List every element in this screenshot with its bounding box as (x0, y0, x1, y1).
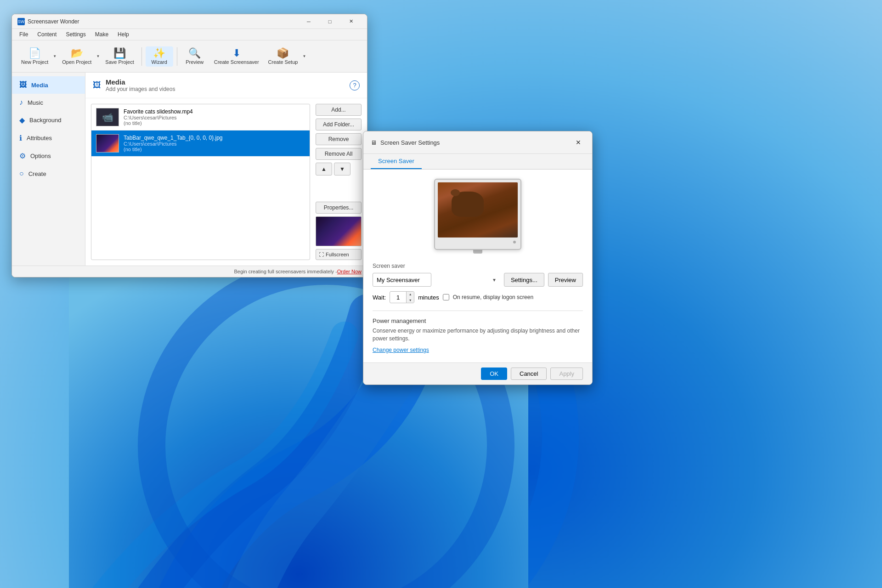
dialog-close-button[interactable]: ✕ (572, 136, 585, 149)
sidebar-item-options[interactable]: ⚙ Options (12, 147, 85, 165)
move-down-button[interactable]: ▼ (334, 163, 351, 175)
sidebar-item-create[interactable]: ○ Create (12, 165, 85, 182)
power-description: Conserve energy or maximize performance … (373, 327, 583, 343)
sidebar-background-label: Background (29, 117, 61, 124)
panel-subtitle: Add your images and videos (106, 86, 175, 92)
main-panel: 🖼 Media Add your images and videos ? 📹 (85, 73, 367, 266)
menu-content[interactable]: Content (34, 30, 60, 39)
video-icon: 📹 (102, 112, 113, 123)
sidebar-music-label: Music (28, 99, 43, 106)
fullscreen-label: Fullscreen (326, 252, 349, 257)
sidebar-item-media[interactable]: 🖼 Media (12, 76, 85, 94)
create-screensaver-button[interactable]: ⬇ Create Screensaver (210, 46, 263, 67)
screensaver-settings-button[interactable]: Settings... (504, 273, 544, 287)
fullscreen-button[interactable]: ⛶ Fullscreen (316, 249, 362, 260)
apply-button[interactable]: Apply (550, 368, 583, 380)
file-list[interactable]: 📹 Favorite cats slideshow.mp4 C:\Users\c… (91, 104, 310, 260)
monitor-dot (513, 241, 516, 243)
window-title: Screensaver Wonder (28, 18, 79, 25)
panel-header-left: 🖼 Media Add your images and videos (93, 78, 175, 92)
cancel-button[interactable]: Cancel (511, 368, 547, 380)
nav-buttons: ▲ ▼ (316, 163, 362, 175)
change-power-settings-link[interactable]: Change power settings (373, 347, 429, 353)
dialog-title-icon: 🖥 (371, 139, 377, 146)
new-project-arrow[interactable]: ▼ (53, 54, 57, 58)
properties-button[interactable]: Properties... (316, 202, 362, 214)
sidebar: 🖼 Media ♪ Music ◆ Background ℹ Attribute… (12, 73, 85, 266)
wait-spin-down[interactable]: ▼ (407, 297, 414, 303)
image-thumbnail (96, 134, 119, 153)
logon-checkbox[interactable] (443, 294, 449, 300)
create-screensaver-label: Create Screensaver (214, 59, 259, 65)
minimize-button[interactable]: ─ (298, 14, 319, 29)
dialog-tabs: Screen Saver (363, 154, 592, 170)
create-setup-button[interactable]: 📦 Create Setup (265, 46, 302, 67)
open-project-arrow[interactable]: ▼ (96, 54, 100, 58)
monitor-stand (473, 250, 482, 254)
right-panel: Add... Add Folder... Remove Remove All ▲… (316, 104, 362, 260)
sidebar-create-label: Create (28, 170, 46, 177)
create-screensaver-icon: ⬇ (232, 48, 241, 58)
power-title: Power management (373, 317, 583, 324)
settings-dialog: 🖥 Screen Saver Settings ✕ Screen Saver S… (363, 131, 593, 385)
save-project-label: Save Project (105, 59, 134, 65)
wait-label: Wait: (373, 294, 386, 301)
menu-file[interactable]: File (16, 30, 32, 39)
ok-button[interactable]: OK (481, 368, 507, 380)
monitor-frame (434, 179, 521, 250)
wait-row: Wait: ▲ ▼ minutes On resume, display log… (373, 291, 583, 303)
wait-input-wrapper: ▲ ▼ (390, 291, 414, 303)
wait-spin-up[interactable]: ▲ (407, 291, 414, 297)
remove-all-button[interactable]: Remove All (316, 148, 362, 160)
screensaver-select-wrapper: My Screensaver (None) Bubbles Mystify Ph… (373, 273, 500, 287)
preview-button[interactable]: 🔍 Preview (181, 46, 209, 67)
create-setup-arrow[interactable]: ▼ (302, 54, 306, 58)
move-up-button[interactable]: ▲ (316, 163, 332, 175)
app-icon: SW (17, 18, 25, 25)
create-setup-icon: 📦 (277, 48, 289, 58)
background-icon: ◆ (19, 116, 25, 124)
menu-bar: File Content Settings Make Help (12, 29, 367, 40)
image-filename: TabBar_qwe_qwe_1_Tab_{0, 0, 0, 0}.jpg (124, 135, 305, 141)
help-button[interactable]: ? (350, 80, 360, 90)
add-button[interactable]: Add... (316, 104, 362, 116)
save-project-button[interactable]: 💾 Save Project (102, 46, 137, 67)
preview-container (373, 179, 583, 254)
content-area: 🖼 Media ♪ Music ◆ Background ℹ Attribute… (12, 73, 367, 266)
sidebar-item-background[interactable]: ◆ Background (12, 111, 85, 129)
title-bar-left: SW Screensaver Wonder (17, 18, 79, 25)
toolbar-separator-1 (141, 47, 142, 66)
add-folder-button[interactable]: Add Folder... (316, 119, 362, 130)
menu-settings[interactable]: Settings (62, 30, 89, 39)
dialog-title-bar: 🖥 Screen Saver Settings ✕ (363, 131, 592, 154)
new-project-button[interactable]: 📄 New Project (17, 46, 52, 67)
file-item-image[interactable]: TabBar_qwe_qwe_1_Tab_{0, 0, 0, 0}.jpg C:… (91, 130, 310, 157)
sidebar-item-music[interactable]: ♪ Music (12, 94, 85, 111)
sidebar-item-attributes[interactable]: ℹ Attributes (12, 129, 85, 147)
open-project-label: Open Project (62, 59, 91, 65)
screensaver-select[interactable]: My Screensaver (None) Bubbles Mystify Ph… (373, 273, 431, 287)
screensaver-section: Screen saver My Screensaver (None) Bubbl… (373, 263, 583, 303)
remove-button[interactable]: Remove (316, 133, 362, 145)
wizard-label: Wizard (152, 59, 167, 65)
fullscreen-icon: ⛶ (319, 252, 324, 257)
maximize-button[interactable]: □ (319, 14, 340, 29)
dialog-title-text: Screen Saver Settings (380, 139, 440, 146)
open-project-button[interactable]: 📂 Open Project (58, 46, 95, 67)
wait-input[interactable] (390, 293, 406, 302)
order-now-link[interactable]: Order Now (337, 269, 362, 274)
wizard-button[interactable]: ✨ Wizard (146, 46, 173, 67)
screensaver-preview-button[interactable]: Preview (548, 273, 583, 287)
image-title: (no title) (124, 147, 305, 152)
file-item-video[interactable]: 📹 Favorite cats slideshow.mp4 C:\Users\c… (91, 104, 310, 130)
dialog-content: Screen saver My Screensaver (None) Bubbl… (363, 170, 592, 362)
menu-help[interactable]: Help (114, 30, 133, 39)
video-path: C:\Users\cesar\Pictures (124, 115, 305, 120)
screensaver-row: My Screensaver (None) Bubbles Mystify Ph… (373, 273, 583, 287)
close-button[interactable]: ✕ (340, 14, 362, 29)
panel-header: 🖼 Media Add your images and videos ? (85, 73, 367, 98)
save-project-icon: 💾 (113, 48, 126, 58)
wizard-icon: ✨ (153, 48, 165, 58)
menu-make[interactable]: Make (91, 30, 112, 39)
tab-screen-saver[interactable]: Screen Saver (371, 154, 422, 169)
